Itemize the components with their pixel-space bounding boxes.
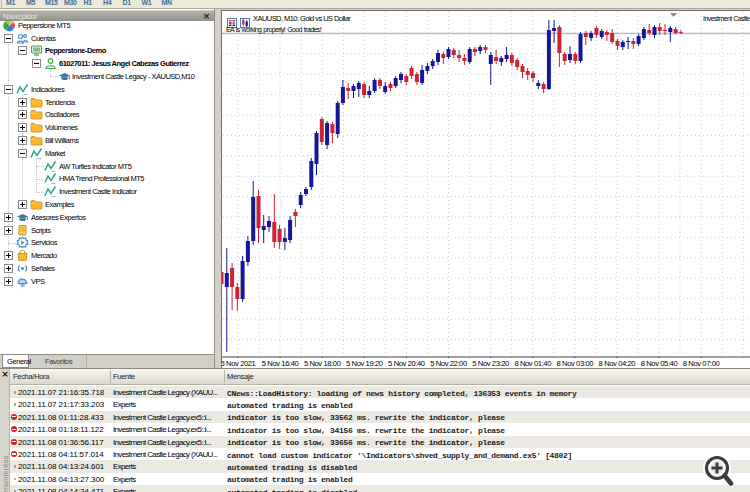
journal-header-row: Fecha/HoraFuenteMensaje: [10, 369, 750, 385]
tree-item-vol-menes[interactable]: Volúmenes: [0, 121, 214, 134]
folder-icon: [30, 96, 43, 109]
tree-item-bill-williams[interactable]: Bill Williams: [0, 134, 214, 147]
timeframe-button-m5[interactable]: M5: [26, 0, 35, 6]
tree-item-indicadores[interactable]: Indicadores: [0, 83, 214, 96]
collapse-toggle-icon[interactable]: [4, 85, 13, 94]
journal-source: Investment Castle Legacy (XAUU...: [113, 450, 217, 459]
journal-row[interactable]: 2021.11.08 01:18:11.122Investment Castle…: [10, 423, 750, 435]
tab-label: Favoritos: [30, 355, 86, 366]
journal-row[interactable]: 2021.11.08 01:11:28.433Investment Castle…: [10, 411, 750, 423]
toolbox-vertical-tab[interactable]: Caja de herramientas: [0, 369, 10, 492]
collapse-toggle-icon[interactable]: [4, 34, 13, 43]
time-axis-label: 5 Nov 2021: [221, 359, 255, 368]
journal-message: automated trading is enabled: [227, 475, 352, 484]
expand-toggle-icon[interactable]: [18, 123, 27, 132]
journal-column-fuente[interactable]: Fuente: [113, 372, 135, 381]
expand-toggle-icon[interactable]: [4, 213, 13, 222]
tree-item-cuentas[interactable]: Cuentas: [0, 32, 214, 45]
time-axis-label: 8 Nov 01:40: [514, 359, 551, 368]
expand-toggle-icon[interactable]: [18, 110, 27, 119]
tree-item-market[interactable]: Market: [0, 147, 214, 160]
time-axis: 5 Nov 20215 Nov 16:405 Nov 18:005 Nov 19…: [222, 358, 750, 368]
tree-item-asesores-expertos[interactable]: Asesores Expertos: [0, 211, 214, 224]
tree-item-label: Mercado: [31, 251, 57, 260]
toolbox-vertical-tab-label: Caja de herramientas: [1, 441, 10, 492]
journal-message: indicator is too slow, 34156 ms. rewrite…: [227, 426, 505, 435]
chart-window[interactable]: XAUUSD, M10: Gold vs US Dollar EA is wor…: [221, 10, 750, 368]
zoom-in-magnifier-icon[interactable]: [696, 451, 742, 492]
collapse-toggle-icon[interactable]: [32, 59, 41, 68]
journal-row[interactable]: 2021.11.08 04:11:57.014Investment Castle…: [10, 448, 750, 460]
journal-time: 2021.11.08 04:13:27.300: [18, 475, 104, 484]
expert-cap-icon: [16, 211, 29, 224]
expand-toggle-icon[interactable]: [18, 200, 27, 209]
journal-row[interactable]: 2021.11.07 21:17:33.203Expertsautomated …: [10, 398, 750, 410]
tree-item-investment-castle-indicator[interactable]: Investment Castle Indicator: [0, 185, 214, 198]
expand-toggle-icon[interactable]: [18, 136, 27, 145]
tree-item-examples[interactable]: Examples: [0, 198, 214, 211]
journal-source: Investment Castle Legacy.ex5::I...: [113, 425, 211, 434]
candlestick-chart[interactable]: [222, 11, 750, 368]
tree-item-aw-turtles-indicator-mt5[interactable]: AW Turtles Indicator MT5: [0, 160, 214, 173]
navigator-titlebar[interactable]: Navegador ×: [0, 10, 214, 21]
journal-column-mensaje[interactable]: Mensaje: [227, 372, 253, 381]
toolbox-close-icon[interactable]: ×: [0, 370, 10, 379]
navigator-tab-general[interactable]: General: [2, 355, 29, 368]
tree-item-label: Pepperstone MT5: [18, 21, 70, 30]
timeframe-button-m15[interactable]: M15: [45, 0, 57, 6]
time-axis-label: 5 Nov 23:20: [472, 359, 509, 368]
tree-item-pepperstone-demo[interactable]: Pepperstone-Demo: [0, 44, 214, 57]
tree-item-label: Indicadores: [31, 85, 64, 94]
tree-item-servicios[interactable]: Servicios: [0, 236, 214, 249]
signals-icon: [16, 262, 29, 275]
expand-toggle-icon[interactable]: [4, 226, 13, 235]
column-separator[interactable]: [110, 370, 111, 383]
journal-time: 2021.11.07 21:17:33.203: [18, 400, 104, 409]
tree-item-mercado[interactable]: Mercado: [0, 249, 214, 262]
tree-item-pepperstone-mt5[interactable]: Pepperstone MT5: [0, 21, 214, 32]
tree-item-se-ales[interactable]: Señales: [0, 262, 214, 275]
journal-time: 2021.11.08 01:18:11.122: [18, 425, 104, 434]
toolbar-separator: [1, 0, 2, 9]
tree-item-scripts[interactable]: Scripts: [0, 224, 214, 237]
timeframe-button-w1[interactable]: W1: [142, 0, 152, 6]
journal-row[interactable]: 2021.11.08 04:13:27.300Expertsautomated …: [10, 473, 750, 485]
tree-item-61027011-jesus-angel-cabezas-g[interactable]: 61027011: Jesus Angel Cabezas Gutierrez: [0, 57, 214, 70]
indicator-name-label: Investment Castle: [703, 15, 750, 22]
tree-item-label: Scripts: [31, 226, 50, 235]
journal-row[interactable]: 2021.11.08 04:14:34.471Expertsautomated …: [10, 485, 750, 492]
journal-message: automated trading is enabled: [227, 401, 352, 410]
folder-icon: [30, 108, 43, 121]
timeframe-button-h4[interactable]: H4: [103, 0, 111, 6]
journal-row[interactable]: 2021.11.08 04:13:24.601Expertsautomated …: [10, 460, 750, 472]
collapse-toggle-icon[interactable]: [18, 149, 27, 158]
tree-item-osciladores[interactable]: Osciladores: [0, 108, 214, 121]
timeframe-button-m30[interactable]: M30: [64, 0, 76, 6]
time-axis-label: 5 Nov 22:00: [430, 359, 467, 368]
time-axis-label: 5 Nov 18:00: [304, 359, 341, 368]
chart-title: XAUUSD, M10: Gold vs US Dollar: [253, 14, 350, 23]
expand-toggle-icon[interactable]: [18, 98, 27, 107]
journal-time: 2021.11.08 04:11:57.014: [18, 450, 104, 459]
expand-toggle-icon[interactable]: [4, 264, 13, 273]
expand-toggle-icon[interactable]: [4, 277, 13, 286]
journal-row[interactable]: 2021.11.07 21:16:35.718Investment Castle…: [10, 386, 750, 398]
journal-column-fecha[interactable]: Fecha/Hora: [13, 372, 49, 381]
timeframe-button-h1[interactable]: H1: [84, 0, 92, 6]
collapse-toggle-icon[interactable]: [18, 46, 27, 55]
timeframe-button-m1[interactable]: M1: [6, 0, 15, 6]
column-separator[interactable]: [224, 370, 225, 383]
tree-item-investment-castle-legacy-xauus[interactable]: Investment Castle Legacy - XAUUSD,M10: [0, 70, 214, 83]
tree-item-label: Bill Williams: [45, 136, 79, 145]
tree-item-vps[interactable]: VPS: [0, 275, 214, 288]
journal-rows: 2021.11.07 21:16:35.718Investment Castle…: [10, 386, 750, 492]
timeframe-button-d1[interactable]: D1: [123, 0, 131, 6]
navigator-tab-favoritos[interactable]: Favoritos: [30, 355, 87, 368]
indicator-line-icon: [16, 83, 29, 96]
journal-row[interactable]: 2021.11.08 01:36:56.117Investment Castle…: [10, 436, 750, 448]
timeframe-button-mn[interactable]: MN: [162, 0, 172, 6]
tree-item-tendencia[interactable]: Tendencia: [0, 96, 214, 109]
journal-time: 2021.11.07 21:16:35.718: [18, 388, 104, 397]
tree-item-hma-trend-professional-mt5[interactable]: HMA Trend Professional MT5: [0, 172, 214, 185]
expand-toggle-icon[interactable]: [4, 251, 13, 260]
